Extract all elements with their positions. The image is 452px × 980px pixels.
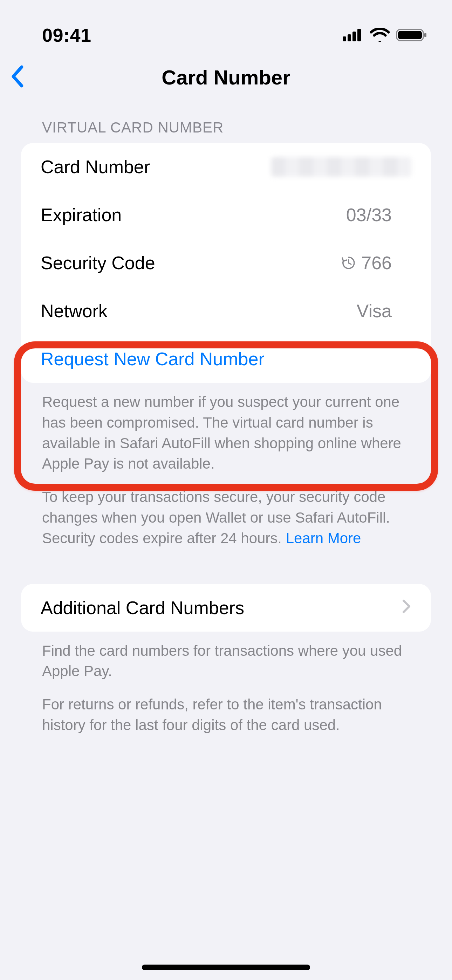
svg-rect-6 — [424, 33, 427, 37]
footer-additional-info-1: Find the card numbers for transactions w… — [21, 632, 431, 682]
request-new-card-button[interactable]: Request New Card Number — [41, 348, 264, 369]
svg-rect-1 — [348, 34, 351, 41]
home-indicator[interactable] — [142, 964, 310, 970]
chevron-right-icon — [401, 597, 411, 618]
wifi-icon — [370, 28, 390, 42]
row-label: Security Code — [41, 252, 155, 274]
svg-rect-0 — [343, 37, 346, 41]
refresh-icon — [341, 255, 357, 270]
footer-compromised-info: Request a new number if you suspect your… — [21, 383, 431, 474]
redacted-card-number — [271, 157, 411, 177]
svg-rect-2 — [352, 32, 356, 41]
row-network[interactable]: Network Visa — [41, 287, 431, 335]
row-label: Expiration — [41, 204, 122, 225]
back-button[interactable] — [11, 65, 24, 89]
footer-security-info: To keep your transactions secure, your s… — [21, 474, 431, 549]
status-bar: 09:41 — [0, 0, 452, 56]
section-header-virtual-card: VIRTUAL CARD NUMBER — [21, 119, 431, 136]
footer-additional-info-2: For returns or refunds, refer to the ite… — [21, 682, 431, 736]
battery-icon — [396, 28, 428, 42]
virtual-card-group: Card Number Expiration 03/33 Security Co… — [21, 143, 431, 383]
learn-more-link[interactable]: Learn More — [286, 530, 361, 546]
row-label: Card Number — [41, 156, 150, 177]
row-label: Network — [41, 301, 108, 321]
svg-rect-5 — [398, 31, 422, 39]
row-security-code[interactable]: Security Code 766 — [41, 239, 431, 287]
svg-rect-3 — [357, 29, 361, 41]
additional-card-group: Additional Card Numbers — [21, 584, 431, 632]
row-value: 766 — [341, 252, 411, 274]
row-expiration[interactable]: Expiration 03/33 — [41, 191, 431, 239]
cellular-icon — [343, 29, 364, 41]
row-value: Visa — [357, 301, 411, 321]
row-value: 03/33 — [346, 204, 411, 225]
row-label: Additional Card Numbers — [41, 597, 244, 618]
row-request-new-card[interactable]: Request New Card Number — [41, 335, 431, 383]
status-icons — [343, 28, 428, 42]
row-additional-card-numbers[interactable]: Additional Card Numbers — [21, 584, 431, 632]
chevron-left-icon — [11, 65, 24, 88]
security-code-value: 766 — [361, 252, 392, 274]
status-time: 09:41 — [42, 24, 91, 46]
row-card-number[interactable]: Card Number — [21, 143, 431, 191]
row-value — [271, 157, 411, 177]
svg-line-9 — [349, 263, 351, 264]
nav-bar: Card Number — [0, 56, 452, 98]
page-title: Card Number — [162, 65, 290, 89]
